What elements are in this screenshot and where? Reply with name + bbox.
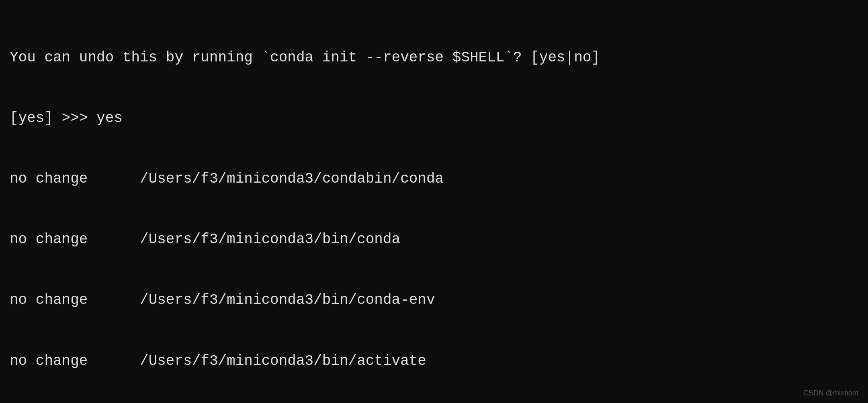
- watermark-text: CSDN @mixboot: [803, 388, 858, 398]
- terminal-line-4: no change /Users/f3/miniconda3/bin/conda: [10, 230, 858, 250]
- terminal-line-2: [yes] >>> yes: [10, 108, 858, 128]
- terminal-line-1: You can undo this by running `conda init…: [10, 48, 858, 68]
- terminal-line-6: no change /Users/f3/miniconda3/bin/activ…: [10, 351, 858, 371]
- terminal-output: You can undo this by running `conda init…: [10, 7, 858, 403]
- terminal-line-5: no change /Users/f3/miniconda3/bin/conda…: [10, 290, 858, 310]
- terminal-line-3: no change /Users/f3/miniconda3/condabin/…: [10, 169, 858, 189]
